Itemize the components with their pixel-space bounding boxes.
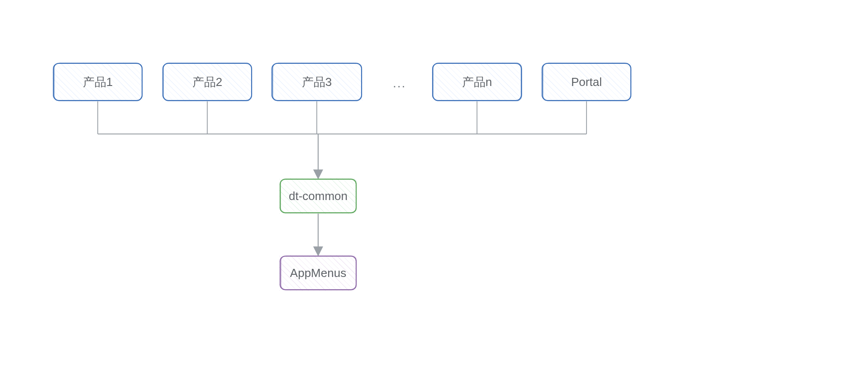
node-label: 产品2 bbox=[192, 74, 222, 90]
node-product2: 产品2 bbox=[162, 62, 253, 101]
node-product1: 产品1 bbox=[52, 62, 143, 101]
node-label: 产品n bbox=[462, 74, 492, 90]
node-portal: Portal bbox=[541, 62, 632, 101]
node-product-n: 产品n bbox=[432, 62, 522, 101]
node-label: dt-common bbox=[289, 189, 348, 203]
node-label: Portal bbox=[571, 75, 602, 89]
node-dt-common: dt-common bbox=[279, 178, 357, 214]
node-label: AppMenus bbox=[290, 266, 346, 280]
node-label: 产品3 bbox=[302, 74, 332, 90]
node-product3: 产品3 bbox=[271, 62, 362, 101]
node-label: 产品1 bbox=[83, 74, 113, 90]
diagram-canvas: 产品1 产品2 产品3 ... 产品n Portal bbox=[0, 0, 868, 382]
ellipsis: ... bbox=[393, 76, 406, 91]
connectors bbox=[0, 0, 868, 382]
node-app-menus: AppMenus bbox=[279, 255, 357, 291]
